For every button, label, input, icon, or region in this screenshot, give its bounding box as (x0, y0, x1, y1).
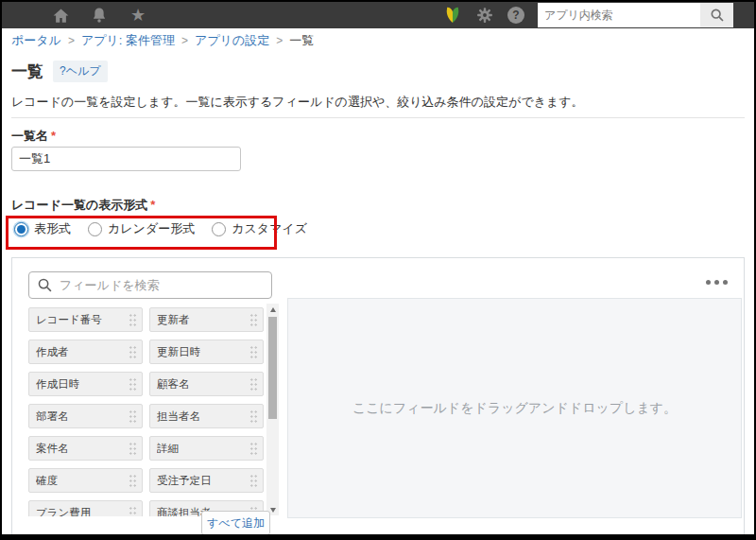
radio-button-icon (88, 222, 102, 236)
drag-handle-icon (249, 313, 258, 327)
top-navigation-bar: ★ (2, 2, 754, 28)
drag-handle-icon (129, 409, 137, 424)
section-divider (11, 117, 745, 118)
field-chip-label: 顧客名 (157, 377, 190, 392)
field-chip-label: 更新日時 (157, 345, 200, 359)
menu-icon[interactable] (12, 9, 31, 22)
required-mark: * (150, 198, 155, 212)
field-chip[interactable]: 更新者 (149, 307, 264, 332)
field-chip-list: レコード番号 作成者 作成日時 部署名 案件名 確度 (28, 307, 272, 516)
display-format-radio-option[interactable]: カレンダー形式 (88, 220, 195, 237)
field-chip[interactable]: 担当者名 (149, 404, 264, 428)
notification-bell-icon[interactable] (90, 6, 109, 25)
display-format-label: レコード一覧の表示形式* (11, 197, 155, 214)
drag-handle-icon (129, 313, 137, 327)
search-icon (710, 8, 725, 23)
drag-handle-icon (129, 506, 137, 517)
app-search-input[interactable] (538, 3, 700, 27)
field-chip-label: 部署名 (36, 409, 69, 424)
drag-handle-icon (249, 409, 258, 424)
field-chip-label: 確度 (36, 474, 58, 488)
field-chip-label: 作成日時 (36, 377, 79, 392)
scrollbar-up-arrow-icon[interactable] (266, 304, 279, 315)
field-chip[interactable]: 案件名 (28, 436, 143, 461)
list-name-label: 一覧名* (11, 128, 56, 145)
field-chip[interactable]: 顧客名 (149, 372, 264, 396)
field-chip-label: プラン費用 (36, 506, 91, 517)
scrollbar-thumb[interactable] (268, 317, 277, 419)
field-chip-label: 担当者名 (157, 409, 200, 424)
field-chip[interactable]: プラン費用 (28, 500, 143, 516)
gear-icon[interactable] (475, 6, 494, 25)
app-search (538, 3, 733, 27)
list-name-input[interactable] (11, 147, 241, 171)
breadcrumb-current: 一覧 (289, 32, 314, 49)
field-dropzone[interactable]: ここにフィールドをドラッグアンドドロップします。 (287, 298, 742, 518)
breadcrumb-portal-link[interactable]: ポータル (11, 32, 61, 49)
field-chip[interactable]: 受注予定日 (149, 468, 264, 493)
field-chip-label: 受注予定日 (157, 474, 212, 488)
field-chip[interactable]: 更新日時 (149, 340, 264, 364)
field-chip[interactable]: 作成者 (28, 340, 143, 364)
page-title: 一覧 (11, 61, 43, 82)
help-icon[interactable]: ? (507, 7, 524, 24)
field-picker-panel: レコード番号 作成者 作成日時 部署名 案件名 確度 (11, 257, 745, 540)
drag-handle-icon (129, 474, 137, 488)
field-chip[interactable]: 詳細 (149, 436, 264, 461)
display-format-radio-group: 表形式 カレンダー形式 カスタマイズ (14, 220, 307, 237)
breadcrumb: ポータル > アプリ: 案件管理 > アプリの設定 > 一覧 (2, 28, 754, 53)
beginner-mark-icon[interactable] (443, 6, 462, 25)
dropzone-placeholder-text: ここにフィールドをドラッグアンドドロップします。 (352, 400, 677, 417)
drag-handle-icon (129, 345, 137, 359)
page-description: レコードの一覧を設定します。一覧に表示するフィールドの選択や、絞り込み条件の設定… (11, 94, 584, 111)
breadcrumb-app-settings-link[interactable]: アプリの設定 (195, 32, 269, 49)
drag-handle-icon (249, 474, 258, 488)
star-icon[interactable]: ★ (129, 6, 147, 25)
app-window: ★ (0, 0, 756, 540)
drag-handle-icon (129, 377, 137, 392)
field-chip-label: 更新者 (157, 313, 190, 327)
field-search-box (28, 271, 272, 299)
field-list-scrollbar[interactable] (266, 304, 279, 515)
field-chip-column-1: レコード番号 作成者 作成日時 部署名 案件名 確度 (28, 307, 143, 516)
page-header: 一覧 ?ヘルプ (11, 61, 108, 82)
field-chip[interactable]: 作成日時 (28, 372, 143, 396)
field-chip-label: レコード番号 (36, 313, 102, 327)
field-chip-label: 詳細 (157, 442, 179, 456)
field-chip-label: 案件名 (36, 442, 69, 456)
breadcrumb-separator: > (276, 34, 283, 47)
list-name-label-text: 一覧名 (11, 129, 48, 143)
more-options-icon[interactable] (703, 277, 730, 287)
drag-handle-icon (129, 442, 137, 456)
radio-option-label: カスタマイズ (232, 220, 307, 237)
field-chip-label: 作成者 (36, 345, 69, 359)
required-mark: * (51, 129, 56, 143)
radio-option-label: 表形式 (34, 220, 71, 237)
topbar-right-cluster: ? (443, 3, 754, 27)
help-link[interactable]: ?ヘルプ (53, 61, 108, 82)
search-icon (37, 277, 53, 293)
field-search-input[interactable] (60, 278, 264, 292)
display-format-radio-option[interactable]: カスタマイズ (212, 220, 307, 237)
home-icon[interactable] (51, 6, 70, 25)
field-chip[interactable]: 確度 (28, 468, 143, 493)
radio-option-label: カレンダー形式 (108, 220, 195, 237)
breadcrumb-separator: > (68, 34, 75, 47)
drag-handle-icon (249, 345, 258, 359)
drag-handle-icon (249, 377, 258, 392)
display-format-radio-option[interactable]: 表形式 (14, 220, 71, 237)
app-search-button[interactable] (700, 3, 733, 27)
radio-button-icon (14, 222, 28, 236)
breadcrumb-separator: > (181, 34, 188, 47)
field-chip-column-2: 更新者 更新日時 顧客名 担当者名 詳細 受注予定日 (149, 307, 264, 516)
add-all-button[interactable]: すべて追加 (201, 511, 270, 535)
display-format-label-text: レコード一覧の表示形式 (11, 198, 147, 212)
breadcrumb-app-link[interactable]: アプリ: 案件管理 (81, 32, 175, 49)
topbar-left-icons: ★ (2, 6, 147, 25)
field-chip[interactable]: レコード番号 (28, 307, 143, 332)
drag-handle-icon (249, 442, 258, 456)
field-chip[interactable]: 部署名 (28, 404, 143, 428)
radio-button-icon (212, 222, 226, 236)
